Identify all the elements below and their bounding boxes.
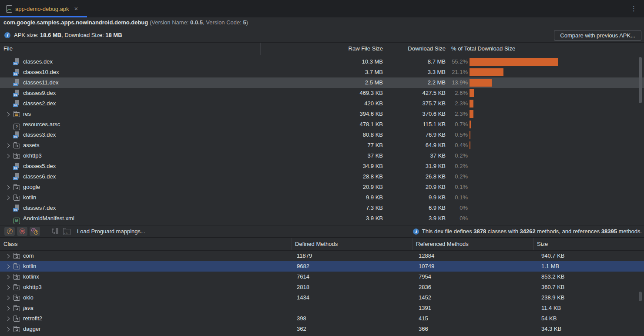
- column-header-size[interactable]: Size: [537, 238, 548, 250]
- class-row-com[interactable]: com1187912884940.7 KB: [0, 251, 644, 261]
- download-pct-bar: [470, 110, 473, 118]
- file-row-classes10.dex[interactable]: 01classes10.dex3.7 MB3.3 MB21.1%: [0, 67, 644, 77]
- class-row-dagger[interactable]: dagger36236634.3 KB: [0, 324, 644, 334]
- class-row-kotlin[interactable]: kotlin9682107491.1 MB: [0, 261, 644, 272]
- file-row-okhttp3[interactable]: okhttp337 KB37 KB0.2%: [0, 151, 644, 161]
- dex-file-icon: 01: [13, 79, 20, 86]
- column-header-raw-file-size[interactable]: Raw File Size: [260, 43, 383, 55]
- show-referenced-nodes-icon[interactable]: cf: [30, 227, 40, 236]
- show-methods-icon[interactable]: m: [17, 227, 27, 236]
- folder-icon: [13, 194, 20, 201]
- chevron-right-icon[interactable]: [5, 316, 10, 321]
- apk-size-summary: APK size: 18.6 MB, Download Size: 18 MB: [14, 32, 122, 38]
- chevron-right-icon[interactable]: [5, 285, 10, 289]
- folder-icon: [13, 284, 20, 291]
- chevron-right-icon[interactable]: [5, 195, 10, 200]
- package-size: 360.7 KB: [541, 282, 565, 292]
- chevron-right-icon[interactable]: [5, 327, 10, 331]
- file-row-resources.arsc[interactable]: ?resources.arsc478.1 KB115.1 KB0.7%: [0, 119, 644, 130]
- file-row-assets[interactable]: assets77 KB64.9 KB0.4%: [0, 140, 644, 151]
- chevron-right-icon[interactable]: [5, 143, 10, 148]
- download-size: 3.3 MB: [383, 67, 446, 77]
- row-label: com: [23, 251, 34, 261]
- chevron-right-icon[interactable]: [5, 254, 10, 258]
- raw-file-size: 34.9 KB: [260, 161, 383, 171]
- package-size: 11.4 KB: [541, 303, 561, 313]
- chevron-right-icon[interactable]: [5, 264, 10, 269]
- pct-of-total: 0.2%: [446, 151, 468, 161]
- chevron-right-icon[interactable]: [5, 296, 10, 300]
- file-table-scrollbar[interactable]: [639, 57, 642, 103]
- column-header-class[interactable]: Class: [3, 238, 18, 250]
- file-row-AndroidManifest.xml[interactable]: MAndroidManifest.xml3.9 KB3.9 KB0%: [0, 213, 644, 224]
- download-size: 375.7 KB: [383, 98, 446, 109]
- raw-file-size: 420 KB: [260, 98, 383, 109]
- download-size: 3.9 KB: [383, 213, 446, 224]
- download-pct-bar: [470, 68, 503, 76]
- class-table-scrollbar[interactable]: [639, 292, 642, 301]
- close-tab-icon[interactable]: ×: [74, 6, 78, 12]
- row-label: java: [23, 303, 34, 313]
- apk-summary-bar: i APK size: 18.6 MB, Download Size: 18 M…: [0, 28, 644, 42]
- pct-of-total: 2.6%: [446, 88, 468, 98]
- package-size: 34.3 KB: [541, 324, 561, 334]
- file-row-classes11.dex[interactable]: 01classes11.dex2.5 MB2.2 MB13.9%: [0, 77, 644, 88]
- raw-file-size: 20.9 KB: [260, 182, 383, 192]
- file-row-google[interactable]: google20.9 KB20.9 KB0.1%: [0, 182, 644, 192]
- file-row-classes5.dex[interactable]: 01classes5.dex34.9 KB31.9 KB0.2%: [0, 161, 644, 171]
- show-fields-icon[interactable]: f: [4, 227, 15, 236]
- file-row-classes2.dex[interactable]: 01classes2.dex420 KB375.7 KB2.3%: [0, 98, 644, 109]
- folder-icon: [13, 184, 20, 191]
- column-header-referenced-methods[interactable]: Referenced Methods: [416, 238, 469, 250]
- column-header-defined-methods[interactable]: Defined Methods: [295, 238, 338, 250]
- more-options-icon[interactable]: ⋮: [631, 5, 637, 13]
- raw-file-size: 478.1 KB: [260, 119, 383, 130]
- row-label: kotlin: [23, 192, 36, 203]
- file-row-classes3.dex[interactable]: 01classes3.dex80.8 KB76.9 KB0.5%: [0, 130, 644, 140]
- file-row-res[interactable]: res394.6 KB370.6 KB2.3%: [0, 109, 644, 119]
- file-row-classes9.dex[interactable]: 01classes9.dex469.3 KB427.5 KB2.6%: [0, 88, 644, 98]
- download-size: 37 KB: [383, 151, 446, 161]
- row-label: classes9.dex: [23, 88, 56, 98]
- chevron-right-icon[interactable]: [5, 275, 10, 279]
- raw-file-size: 3.7 MB: [260, 67, 383, 77]
- file-row-classes.dex[interactable]: 01classes.dex10.3 MB8.7 MB55.2%: [0, 57, 644, 67]
- version-info: (Version Name: 0.0.5, Version Code: 5): [148, 19, 248, 26]
- referenced-methods: 7954: [419, 272, 431, 282]
- class-row-kotlinx[interactable]: kotlinx76147954853.2 KB: [0, 272, 644, 282]
- raw-file-size: 2.5 MB: [260, 77, 383, 88]
- class-row-okio[interactable]: okio14341452238.9 KB: [0, 292, 644, 303]
- class-row-okhttp3[interactable]: okhttp328182836360.7 KB: [0, 282, 644, 292]
- package-size: 238.9 KB: [541, 292, 565, 303]
- proguard-mappings-folder-icon[interactable]: a.b: [62, 227, 71, 236]
- compare-previous-apk-button[interactable]: Compare with previous APK...: [554, 30, 641, 41]
- chevron-right-icon[interactable]: [5, 112, 10, 116]
- raw-file-size: 7.3 KB: [260, 203, 383, 213]
- column-header-pct-of-total[interactable]: % of Total Download Size: [451, 43, 515, 55]
- class-table-header: Class Defined Methods Referenced Methods…: [0, 238, 644, 251]
- download-pct-bar: [470, 58, 558, 66]
- referenced-methods: 366: [419, 324, 428, 334]
- column-header-file[interactable]: File: [3, 43, 13, 55]
- column-header-download-size[interactable]: Download Size: [383, 43, 446, 55]
- chevron-right-icon[interactable]: [5, 306, 10, 310]
- class-row-java[interactable]: java139111.4 KB: [0, 303, 644, 313]
- file-row-classes6.dex[interactable]: 01classes6.dex28.8 KB26.8 KB0.2%: [0, 171, 644, 182]
- row-label: classes5.dex: [23, 161, 56, 171]
- class-row-retrofit2[interactable]: retrofit239841554 KB: [0, 313, 644, 324]
- apk-analyzer-window: app-demo-debug.apk × ⋮ com.google.sample…: [0, 0, 644, 336]
- pct-of-total: 0.5%: [446, 130, 468, 140]
- file-row-kotlin[interactable]: kotlin9.9 KB9.9 KB0.1%: [0, 192, 644, 203]
- expand-tree-icon[interactable]: ↑: [50, 227, 60, 236]
- pct-of-total: 13.9%: [446, 77, 468, 88]
- tab-apk-file[interactable]: app-demo-debug.apk ×: [0, 0, 83, 17]
- load-proguard-mappings-label[interactable]: Load Proguard mappings...: [77, 228, 145, 235]
- download-size: 9.9 KB: [383, 192, 446, 203]
- pct-of-total: 0.2%: [446, 161, 468, 171]
- package-size: 853.2 KB: [541, 272, 565, 282]
- dex-info-text: This dex file defines 3878 classes with …: [422, 228, 642, 235]
- chevron-right-icon[interactable]: [5, 154, 10, 158]
- download-pct-bar: [470, 100, 473, 108]
- file-row-classes7.dex[interactable]: 01classes7.dex7.3 KB6.9 KB0%: [0, 203, 644, 213]
- chevron-right-icon[interactable]: [5, 185, 10, 189]
